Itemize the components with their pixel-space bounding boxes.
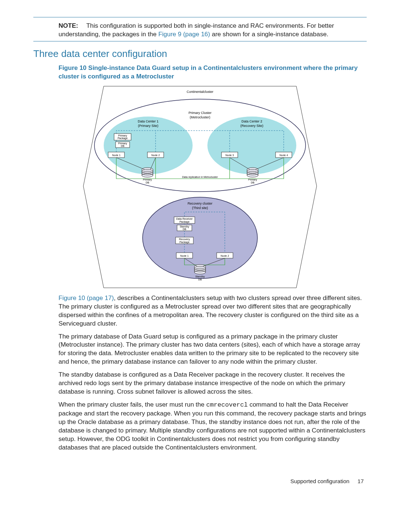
p4-code: cmrecovercl	[206, 401, 248, 408]
lbl-rec-2: (Third site)	[192, 206, 208, 210]
p4-after: command to halt the Data Receiver packag…	[59, 401, 366, 451]
lbl-pdb-right-2: DB	[251, 181, 254, 184]
lbl-pdb-2: DB	[121, 145, 124, 147]
lbl-sdbcyl-1: Standby	[195, 275, 205, 278]
lbl-repl: Data replication in Metrocluster	[182, 176, 218, 179]
lbl-pdb-left-1: Primary	[143, 178, 152, 181]
svg-point-21	[247, 174, 258, 177]
lbl-sdb-2: DB	[183, 228, 186, 230]
lbl-drp-2: Package	[179, 220, 189, 223]
p4-before: When the primary cluster fails, the user…	[59, 401, 206, 408]
section-heading: Three data center configuration	[33, 48, 367, 60]
lbl-rnode2: Node 2	[221, 255, 229, 257]
footer-page: 17	[357, 478, 364, 484]
lbl-dc1-1: Data Center 1	[138, 119, 159, 123]
lbl-node4: Node 4	[280, 154, 288, 156]
lbl-drp-1: Data Receiver	[176, 218, 193, 220]
footer-title: Supported configuration	[290, 478, 349, 484]
lbl-rpkg-1: Recovery	[179, 238, 190, 241]
lbl-continentalcluster: Continentalcluster	[187, 90, 213, 94]
note-text-after: are shown for a single-instance database…	[210, 31, 328, 38]
lbl-rec-1: Recovery cluster	[187, 202, 212, 205]
rule-bottom	[33, 41, 367, 41]
lbl-node3: Node 3	[226, 154, 234, 156]
figure-diagram: Continentalcluster Primary Cluster (Metr…	[33, 83, 367, 290]
note-block: NOTE:This configuration is supported bot…	[59, 22, 367, 39]
lbl-ppkg-2: Package	[117, 137, 127, 140]
lbl-node1: Node 1	[112, 154, 121, 156]
note-figure-link[interactable]: Figure 9 (page 16)	[158, 31, 210, 38]
lbl-primcluster-2: (Metrocluster)	[190, 115, 210, 119]
lbl-dc2-2: (Recovery Site)	[240, 124, 263, 128]
figure-caption: Figure 10 Single-instance Data Guard set…	[59, 64, 367, 81]
lbl-pdb-right-1: Primary	[248, 178, 257, 181]
svg-point-36	[194, 270, 206, 274]
primary-db-right-cylinder: Primary DB	[247, 168, 258, 184]
lbl-rnode1: Node 1	[180, 255, 189, 257]
lbl-dc1-2: (Primary Site)	[138, 124, 158, 128]
primary-db-left-cylinder: Primary DB	[142, 168, 153, 184]
rule-top	[33, 17, 367, 17]
paragraph-2: The primary database of Data Guard setup…	[59, 333, 367, 367]
note-label: NOTE:	[59, 22, 78, 29]
page-footer: Supported configuration 17	[33, 478, 364, 484]
lbl-dc2-1: Data Center 2	[241, 119, 262, 123]
lbl-rpkg-2: Package	[179, 241, 189, 244]
svg-point-12	[142, 174, 153, 177]
paragraph-4: When the primary cluster fails, the user…	[59, 401, 367, 452]
paragraph-1: Figure 10 (page 17), describes a Contine…	[59, 294, 367, 328]
paragraph-3: The standby database is configured as a …	[59, 371, 367, 396]
p1-figure-link[interactable]: Figure 10 (page 17)	[59, 294, 114, 302]
lbl-node2: Node 2	[151, 154, 160, 156]
diagram-svg: Continentalcluster Primary Cluster (Metr…	[81, 83, 319, 290]
lbl-primcluster-1: Primary Cluster	[189, 111, 211, 115]
lbl-pdb-left-2: DB	[146, 181, 149, 184]
lbl-sdbcyl-2: DB	[198, 278, 202, 281]
